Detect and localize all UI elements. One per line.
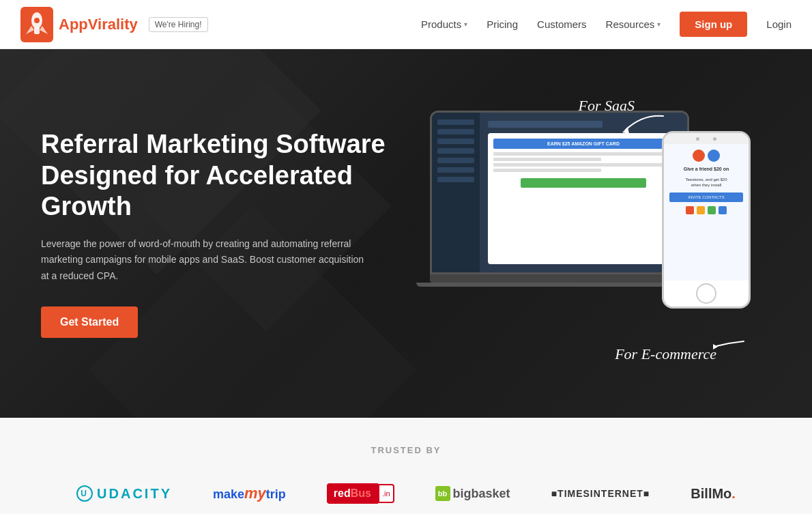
sidebar-row: [437, 139, 474, 144]
hero-section: Referral Marketing Software Designed for…: [0, 49, 812, 418]
logo[interactable]: AppVirality: [20, 7, 138, 42]
sidebar-row: [437, 129, 474, 134]
card-line: [493, 152, 673, 156]
navbar: AppVirality We're Hiring! Products ▾ Pri…: [0, 0, 812, 49]
logo-billmo: BillMo.: [691, 480, 736, 507]
color-dot-orange: [697, 206, 705, 214]
nav-customers[interactable]: Customers: [537, 18, 587, 30]
card-line: [493, 169, 601, 172]
logo-icon: [20, 7, 53, 42]
svg-marker-7: [713, 344, 718, 349]
logo-redbus: redBus .in: [327, 480, 394, 507]
logo-bigbasket: bb bigbasket: [435, 480, 510, 507]
get-started-button[interactable]: Get Started: [41, 306, 138, 338]
laptop-foot: [416, 283, 703, 287]
card-banner: EARN $25 AMAZON GIFT CARD: [493, 139, 673, 149]
ecommerce-arrow: [710, 336, 751, 356]
laptop-base: [430, 274, 689, 283]
phone-dot: [713, 137, 716, 141]
phone-invite-button: INVITE CONTACTS: [669, 192, 743, 202]
logo-timesinternet: ■TIMESINTERNET■: [551, 480, 650, 507]
hiring-badge: We're Hiring!: [149, 17, 208, 32]
card-line: [493, 158, 601, 161]
products-caret: ▾: [464, 20, 467, 28]
color-dot-red: [686, 206, 694, 214]
bigbasket-logo-container: bb bigbasket: [435, 486, 510, 501]
color-dot-blue: [719, 206, 727, 214]
login-button[interactable]: Login: [766, 18, 792, 30]
sidebar-row: [437, 119, 474, 125]
navbar-right: Products ▾ Pricing Customers Resources ▾…: [421, 12, 792, 37]
redbus-in: .in: [378, 484, 394, 503]
redbus-red-part: redBus: [327, 483, 378, 504]
sidebar-row: [437, 167, 474, 173]
color-dot-green: [708, 206, 716, 214]
hero-description: Leverage the power of word-of-mouth by c…: [41, 236, 368, 285]
hero-title: Referral Marketing Software Designed for…: [41, 129, 396, 223]
hero-mockup: For SaaS: [409, 90, 771, 377]
phone-icon-blue: [708, 149, 720, 162]
phone-screen: Give a friend $20 on Teestores, and get …: [664, 144, 749, 281]
phone-status-bar: [664, 133, 749, 144]
resources-caret: ▾: [657, 20, 661, 28]
trusted-label: TRUSTED BY: [0, 445, 812, 455]
sidebar-row: [437, 158, 474, 163]
hero-content: Referral Marketing Software Designed for…: [0, 49, 812, 418]
phone-icon-orange: [693, 149, 705, 162]
trusted-logos: U UDACITY makemytrip redBus .in bb bigba…: [0, 480, 812, 507]
phone-give-text: Give a friend $20 on: [684, 166, 729, 173]
logo-udacity: U UDACITY: [76, 480, 172, 507]
logo-text: AppVirality: [59, 16, 138, 33]
udacity-logo-text: U UDACITY: [76, 485, 172, 502]
card-lines: [493, 152, 673, 172]
phone-icon-row: [693, 149, 720, 162]
hero-text: Referral Marketing Software Designed for…: [41, 129, 396, 338]
sidebar-row: [437, 148, 474, 154]
saas-arrow: [615, 111, 670, 138]
ecommerce-label: For E-commerce: [615, 345, 716, 363]
card-line: [493, 163, 673, 167]
laptop-sidebar: [432, 113, 480, 272]
makemytrip-logo-text: makemytrip: [213, 485, 286, 502]
logo-makemytrip: makemytrip: [213, 480, 286, 507]
svg-rect-5: [34, 27, 40, 34]
navbar-left: AppVirality We're Hiring!: [20, 7, 208, 42]
bigbasket-icon: bb: [435, 486, 450, 501]
phone-dot: [696, 137, 699, 141]
svg-point-4: [34, 18, 40, 23]
billmo-logo-text: BillMo.: [691, 486, 736, 502]
nav-resources[interactable]: Resources ▾: [606, 18, 661, 30]
sidebar-row: [437, 177, 474, 182]
udacity-icon: U: [76, 485, 93, 502]
nav-products[interactable]: Products ▾: [421, 18, 467, 30]
trusted-section: TRUSTED BY U UDACITY makemytrip redBus .…: [0, 418, 812, 514]
phone-home-button: [696, 283, 716, 304]
signup-button[interactable]: Sign up: [680, 12, 747, 37]
phone-sub-text: Teestores, and get $20when they install: [685, 177, 727, 188]
laptop-card: EARN $25 AMAZON GIFT CARD: [488, 133, 679, 264]
phone-mockup: Give a friend $20 on Teestores, and get …: [662, 131, 751, 309]
nav-pricing[interactable]: Pricing: [487, 18, 518, 30]
bigbasket-text: bigbasket: [453, 487, 510, 501]
phone-color-row: [686, 206, 727, 214]
laptop-topbar: [488, 121, 603, 128]
card-action-button: [521, 178, 647, 188]
timesinternet-logo-text: ■TIMESINTERNET■: [551, 488, 650, 499]
